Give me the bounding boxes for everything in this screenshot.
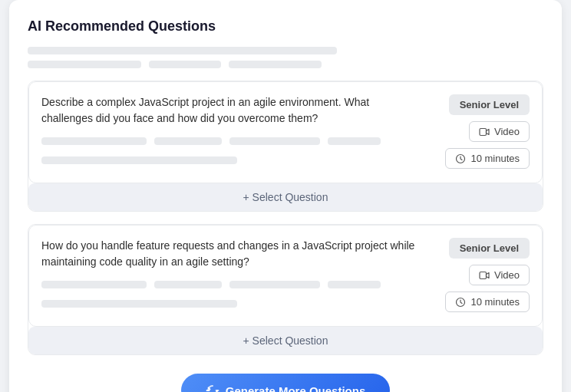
time-btn-1[interactable]: 10 minutes — [445, 148, 530, 169]
skeleton-line — [328, 137, 381, 145]
generate-icon — [206, 384, 219, 392]
skeleton-line — [28, 61, 141, 68]
time-label-2: 10 minutes — [470, 296, 520, 308]
video-icon-1 — [479, 127, 490, 137]
question-left-1: Describe a complex JavaScript project in… — [41, 94, 418, 170]
skeleton-line — [41, 137, 147, 145]
video-btn-1[interactable]: Video — [469, 121, 530, 142]
skeleton-line — [328, 281, 381, 288]
question-right-1: Senior Level Video 10 minutes — [430, 94, 530, 170]
skeleton-line — [41, 300, 237, 308]
clock-icon-2 — [455, 297, 466, 308]
skeleton-lines-2 — [41, 281, 418, 314]
level-badge-1: Senior Level — [449, 94, 530, 115]
time-label-1: 10 minutes — [470, 153, 520, 164]
skeleton-line — [154, 137, 222, 145]
video-icon-2 — [479, 270, 490, 281]
question-left-2: How do you handle feature requests and c… — [41, 238, 418, 314]
video-label-2: Video — [494, 269, 520, 281]
generate-btn-label: Generate More Questions — [226, 384, 366, 393]
question-right-2: Senior Level Video 10 minutes — [430, 238, 530, 314]
skeleton-line — [149, 61, 221, 68]
time-btn-2[interactable]: 10 minutes — [445, 292, 530, 312]
skeleton-line — [229, 281, 320, 288]
level-badge-2: Senior Level — [449, 238, 530, 259]
skeleton-lines-1 — [41, 137, 418, 170]
video-label-1: Video — [494, 126, 520, 137]
main-card: AI Recommended Questions Describe a comp… — [9, 0, 562, 392]
question-section-1: Describe a complex JavaScript project in… — [28, 81, 543, 212]
question-section-2: How do you handle feature requests and c… — [28, 224, 543, 355]
skeleton-line — [41, 281, 147, 288]
clock-icon-1 — [455, 153, 466, 164]
page-title: AI Recommended Questions — [28, 18, 543, 35]
video-btn-2[interactable]: Video — [469, 265, 530, 285]
skeleton-line — [28, 47, 337, 54]
skeleton-line — [41, 156, 237, 164]
generate-section: Generate More Questions — [28, 367, 543, 392]
svg-rect-0 — [480, 128, 487, 135]
question-text-2: How do you handle feature requests and c… — [41, 238, 418, 270]
select-question-btn-1[interactable]: + Select Question — [28, 183, 543, 211]
question-text-1: Describe a complex JavaScript project in… — [41, 94, 418, 127]
question-card-2: How do you handle feature requests and c… — [28, 225, 543, 327]
generate-more-btn[interactable]: Generate More Questions — [181, 374, 391, 392]
skeleton-line — [229, 137, 320, 145]
select-question-btn-2[interactable]: + Select Question — [28, 327, 543, 354]
skeleton-top — [28, 47, 543, 68]
svg-rect-2 — [480, 272, 487, 278]
question-card-1: Describe a complex JavaScript project in… — [28, 81, 543, 183]
skeleton-line — [229, 61, 322, 68]
skeleton-line — [154, 281, 222, 288]
